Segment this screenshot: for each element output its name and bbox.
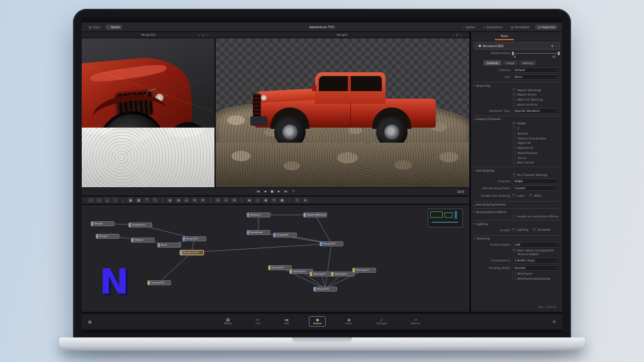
- transform-tool-icon[interactable]: ⊞: [215, 197, 221, 203]
- step-back-button[interactable]: ◀: [264, 190, 267, 194]
- aa-preset-select[interactable]: Custom ▾: [512, 185, 560, 191]
- section-output-channels[interactable]: ▾ Output Channels: [474, 116, 560, 121]
- channel-vector-checkbox[interactable]: Vector: [513, 156, 560, 160]
- aa-per-channel-settings-checkbox[interactable]: ✓Per Channel Settings: [513, 173, 560, 177]
- inspector-subtab-image[interactable]: Image: [502, 60, 518, 65]
- renderer3d-tool-icon[interactable]: ▣: [279, 197, 285, 203]
- spline-toggle[interactable]: ~Spline: [460, 25, 477, 30]
- channel-texture-coordinates-checkbox[interactable]: Texture Coordinates: [513, 137, 560, 141]
- page-tab-edit[interactable]: ▬Edit: [280, 316, 294, 327]
- node-replacematerial1[interactable]: ReplaceMaterial1: [303, 212, 327, 217]
- viewer2-tools-split-view-button-icon[interactable]: ▥: [456, 33, 458, 36]
- node-ellipse1[interactable]: Ellipse1: [131, 238, 155, 243]
- node-spotlight1[interactable]: SpotLight1: [268, 265, 292, 270]
- page-tab-deliver[interactable]: →Deliver: [406, 316, 425, 327]
- node-camera3d1[interactable]: Camera3D1: [147, 280, 171, 285]
- color-corrector-tool-icon[interactable]: ◐: [167, 197, 173, 203]
- viewer1-tools-split-view-button-icon[interactable]: ▥: [202, 33, 204, 36]
- viewer-right[interactable]: [216, 38, 469, 187]
- lighting-shadows-checkbox[interactable]: ✓Shadows: [533, 228, 550, 232]
- go-to-start-button[interactable]: |◀: [256, 190, 259, 194]
- aa-low-checkbox[interactable]: ✓Low(): [512, 194, 525, 198]
- global-in-out-slider[interactable]: [512, 52, 560, 55]
- keyframes-toggle[interactable]: ◇Keyframes: [481, 25, 504, 30]
- crop-tool-icon[interactable]: ⊠: [231, 197, 237, 203]
- page-tab-cut[interactable]: ✂Cut: [252, 316, 265, 327]
- reporting-report-warnings-checkbox[interactable]: ✓Report Warnings: [513, 89, 560, 92]
- node-more-icon[interactable]: ⋯: [555, 44, 557, 47]
- inspector-subtab-controls[interactable]: Controls: [484, 60, 501, 65]
- stop-button[interactable]: ■: [270, 190, 274, 194]
- background-tool-icon[interactable]: ▦: [128, 197, 133, 203]
- shape3d-tool-icon[interactable]: ◇: [255, 197, 260, 203]
- section-aa-presets[interactable]: ▸ Anti-Aliasing Presets: [474, 201, 560, 207]
- rectangle-mask-tool-icon[interactable]: ▭: [88, 197, 94, 203]
- page-tab-fusion[interactable]: ◆Fusion: [309, 316, 326, 327]
- inspector-tools-tab[interactable]: Tools: [495, 34, 514, 40]
- section-accumulation[interactable]: ▾ Accumulation Effects: [474, 208, 560, 214]
- node-rockmodel[interactable]: RockModel: [247, 230, 270, 235]
- eye-select[interactable]: Mono ▾: [512, 74, 560, 80]
- brightness-contrast-tool-icon[interactable]: ◑: [175, 197, 181, 203]
- nodes-toggle[interactable]: ◇Nodes: [106, 25, 123, 30]
- channel-back-vector-checkbox[interactable]: Back Vector: [513, 161, 560, 165]
- viewer2-tools-options-button-icon[interactable]: ⋯: [464, 33, 467, 36]
- inspector-toggle[interactable]: ◨Inspector: [535, 25, 557, 30]
- node-merge1[interactable]: Merge1: [96, 234, 119, 239]
- resize-tool-icon[interactable]: ⊟: [223, 197, 229, 203]
- channel-z-checkbox[interactable]: Z: [513, 127, 560, 131]
- node-renderer3d2[interactable]: Renderer3D2: [180, 250, 204, 255]
- node-spotlight4[interactable]: SpotLight4: [331, 272, 355, 277]
- viewer-left[interactable]: [82, 38, 214, 187]
- wireframe-wireframe-antialiasing-checkbox[interactable]: Wireframe Antialiasing: [513, 277, 560, 281]
- shading-model-select[interactable]: Smooth ▾: [512, 265, 560, 271]
- loop-button[interactable]: ↻: [292, 190, 295, 194]
- reporting-abort-on-warning-checkbox[interactable]: Abort on Warning: [513, 98, 560, 102]
- camera-select[interactable]: Default ▾: [512, 67, 560, 73]
- go-to-end-button[interactable]: ▶|: [284, 190, 287, 194]
- node-blur1[interactable]: Blur1: [157, 243, 181, 248]
- page-tab-fairlight[interactable]: ♪Fairlight: [372, 316, 391, 327]
- wireframe-wireframe-checkbox[interactable]: Wireframe: [513, 272, 560, 276]
- keyframes-editor-tool-icon[interactable]: ◈: [303, 197, 308, 203]
- spotlight-tool-icon[interactable]: ☀: [271, 197, 277, 203]
- transparency-select[interactable]: Z Buffer (fast) ▾: [512, 258, 560, 263]
- text-tool-icon[interactable]: T: [144, 197, 150, 203]
- channel-object-id-checkbox[interactable]: Object ID: [513, 141, 560, 145]
- node-color-dot[interactable]: [479, 45, 481, 47]
- channel-material-id-checkbox[interactable]: Material ID: [513, 146, 560, 150]
- page-tab-color[interactable]: ◉Color: [341, 316, 357, 327]
- ellipse-mask-tool-icon[interactable]: ○: [96, 197, 102, 203]
- global-in-handle[interactable]: [512, 52, 514, 55]
- viewer2-tools-lut-button-icon[interactable]: ▾: [453, 33, 454, 36]
- merge3d-tool-icon[interactable]: ◆: [247, 197, 252, 203]
- aa-channel-select[interactable]: RGBA ▾: [512, 178, 560, 184]
- inspector-subtab-settings[interactable]: Settings: [519, 60, 536, 65]
- node-editor[interactable]: Merge2Merge1Transform1Ellipse1Blur1Merge…: [82, 204, 469, 312]
- polygon-mask-tool-icon[interactable]: △: [104, 197, 110, 203]
- spline-editor-tool-icon[interactable]: ≈: [294, 197, 300, 203]
- metadata-toggle[interactable]: ▤Metadata: [509, 25, 531, 30]
- inspector-node-header[interactable]: ▾ Renderer3D2 ● ⋯: [474, 42, 560, 50]
- channel-rgba-checkbox[interactable]: ✓RGBA: [513, 122, 560, 126]
- node-merge2[interactable]: Merge2: [91, 221, 114, 226]
- texturing-warn-about-unsupported-texture-depths-checkbox[interactable]: ✓Warn About Unsupported Texture Depths: [513, 249, 560, 256]
- renderer-type-select[interactable]: OpenGL Renderer ▾: [512, 108, 560, 114]
- dissolve-tool-icon[interactable]: ⊗: [200, 197, 206, 203]
- global-out-handle[interactable]: [558, 52, 560, 55]
- node-version-icon[interactable]: ●: [551, 44, 553, 47]
- node-minimap[interactable]: [428, 209, 463, 228]
- reporting-abort-on-error-checkbox[interactable]: Abort on Error: [513, 103, 560, 107]
- node-merge3d1[interactable]: Merge3D1: [182, 236, 206, 241]
- blur-tool-icon[interactable]: ◎: [184, 197, 189, 203]
- node-merge3d3[interactable]: Merge3D3: [313, 287, 337, 292]
- node-mediain1[interactable]: MediaIn1: [247, 212, 270, 217]
- play-button[interactable]: ▶: [278, 190, 280, 194]
- channel-normal-checkbox[interactable]: Normal: [513, 132, 560, 136]
- node-shape3d1[interactable]: Shape3D1: [273, 233, 297, 238]
- fastnoise-tool-icon[interactable]: ▩: [136, 197, 142, 203]
- channel-world-position-checkbox[interactable]: World Position: [513, 151, 560, 155]
- section-anti-aliasing[interactable]: ▾ Anti-Aliasing: [474, 167, 560, 172]
- bspline-mask-tool-icon[interactable]: ~: [113, 197, 118, 203]
- page-tab-media[interactable]: ▦Media: [219, 316, 236, 327]
